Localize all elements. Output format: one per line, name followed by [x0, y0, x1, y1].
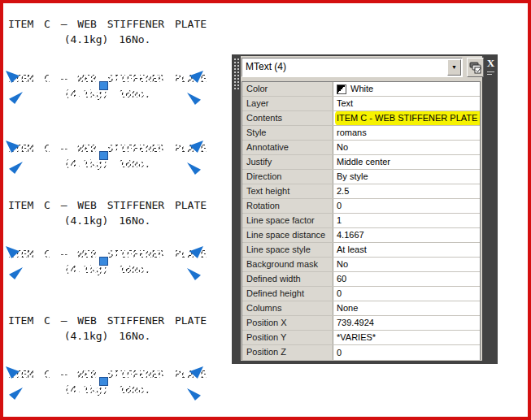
property-row: JustifyMiddle center	[242, 155, 480, 170]
property-value[interactable]: 0	[333, 287, 480, 301]
property-label: Defined width	[242, 272, 333, 286]
screenshot-frame: ITEM C – WEB STIFFENER PLATE(4.1kg) 16No…	[0, 0, 531, 420]
properties-palette: X MText (4) ▼ Co	[232, 54, 498, 364]
property-row: Defined height0	[242, 287, 480, 301]
property-label: Defined height	[242, 287, 333, 301]
mtext-line2: (4.1kg) 16No.	[5, 328, 210, 344]
property-value[interactable]: None	[333, 301, 480, 315]
cad-drawing-area[interactable]: ITEM C – WEB STIFFENER PLATE(4.1kg) 16No…	[3, 3, 231, 417]
property-label: Layer	[242, 97, 333, 110]
close-icon[interactable]: X	[484, 57, 498, 70]
property-row: Defined width60	[242, 272, 480, 287]
palette-menu-icon[interactable]	[487, 71, 494, 75]
palette-body: MText (4) ▼ ColorWhiteLayerTextContentsI…	[241, 56, 482, 361]
property-value[interactable]: *VARIES*	[333, 331, 480, 344]
grip-handle[interactable]	[99, 81, 108, 90]
property-label: Style	[242, 126, 333, 140]
property-label: Background mask	[242, 258, 333, 271]
mtext-line1: ITEM C – WEB STIFFENER PLATE	[5, 313, 210, 328]
property-row: ContentsITEM C - WEB STIFFENER PLATE \P.…	[242, 111, 480, 126]
property-row: Line space styleAt least	[242, 243, 480, 258]
property-value[interactable]: 60	[333, 272, 480, 286]
property-row: Styleromans	[242, 126, 480, 141]
property-value[interactable]: By style	[333, 170, 480, 184]
property-label: Justify	[242, 155, 333, 169]
property-value[interactable]: 739.4924	[333, 316, 480, 330]
property-row: Line space distance4.1667	[242, 228, 480, 243]
property-value[interactable]: Middle center	[333, 155, 480, 169]
mtext-line1: ITEM C – WEB STIFFENER PLATE	[5, 197, 210, 213]
property-value[interactable]: romans	[333, 126, 480, 140]
mtext-object-selected[interactable]: ITEM C – WEB STIFFENER PLATE(4.1kg) 16No…	[5, 71, 210, 106]
highlighted-value: ITEM C - WEB STIFFENER PLATE \P...	[335, 111, 480, 125]
property-value[interactable]: 0	[333, 199, 480, 213]
property-row: Position X739.4924	[242, 316, 480, 331]
mtext-object[interactable]: ITEM C – WEB STIFFENER PLATE(4.1kg) 16No…	[5, 313, 210, 349]
property-row: Text height2.5	[242, 184, 480, 199]
property-label: Text height	[242, 184, 333, 198]
property-grid: ColorWhiteLayerTextContentsITEM C - WEB …	[242, 81, 481, 360]
mtext-object-selected[interactable]: ITEM C – WEB STIFFENER PLATE(4.1kg) 16No…	[5, 246, 210, 282]
property-label: Direction	[242, 170, 333, 184]
property-label: Line space factor	[242, 214, 333, 227]
property-label: Line space style	[242, 243, 333, 257]
property-label: Columns	[242, 301, 333, 315]
property-value[interactable]: No	[333, 141, 480, 154]
grip-handle[interactable]	[99, 151, 108, 160]
mtext-line2: (4.1kg) 16No.	[5, 213, 210, 228]
toggle-pickadd-button[interactable]	[467, 58, 484, 77]
property-row: AnnotativeNo	[242, 141, 480, 155]
mtext-line1: ITEM C – WEB STIFFENER PLATE	[5, 16, 210, 32]
property-row: ColumnsNone	[242, 301, 480, 316]
property-label: Contents	[242, 111, 333, 125]
property-value[interactable]: 2.5	[333, 184, 480, 198]
property-label: Annotative	[242, 141, 333, 154]
mtext-line2: (4.1kg) 16No.	[5, 32, 210, 47]
property-row: Line space factor1	[242, 214, 480, 228]
object-selector-row: MText (4) ▼	[242, 58, 481, 78]
property-row: Position Z0	[242, 345, 480, 360]
mtext-object[interactable]: ITEM C – WEB STIFFENER PLATE(4.1kg) 16No…	[5, 16, 210, 52]
mtext-object-selected[interactable]: ITEM C – WEB STIFFENER PLATE(4.1kg) 16No…	[5, 366, 210, 402]
mtext-object[interactable]: ITEM C – WEB STIFFENER PLATE(4.1kg) 16No…	[5, 197, 210, 233]
property-value[interactable]: 4.1667	[333, 228, 480, 242]
property-row: DirectionBy style	[242, 170, 480, 184]
property-row: ColorWhite	[242, 82, 480, 97]
object-type-value: MText (4)	[246, 61, 286, 72]
property-value[interactable]: 1	[333, 214, 480, 227]
property-label: Color	[242, 82, 333, 96]
color-name: White	[350, 82, 373, 96]
property-label: Line space distance	[242, 228, 333, 242]
property-value-contents[interactable]: ITEM C - WEB STIFFENER PLATE \P...	[333, 111, 480, 125]
grip-handle[interactable]	[99, 377, 108, 386]
property-label: Position Y	[242, 331, 333, 344]
property-value[interactable]: 0	[333, 345, 480, 360]
property-value[interactable]: Text	[333, 97, 480, 110]
property-label: Position Z	[242, 345, 333, 360]
mtext-object-selected[interactable]: ITEM C – WEB STIFFENER PLATE(4.1kg) 16No…	[5, 141, 210, 176]
property-value[interactable]: No	[333, 258, 480, 271]
palette-titlebar: X	[484, 54, 498, 364]
property-label: Position X	[242, 316, 333, 330]
property-row: Background maskNo	[242, 258, 480, 272]
property-row: LayerText	[242, 97, 480, 111]
property-value[interactable]: At least	[333, 243, 480, 257]
palette-grab-handle[interactable]	[233, 58, 240, 90]
grip-handle[interactable]	[99, 257, 108, 266]
chevron-down-icon[interactable]: ▼	[447, 59, 461, 76]
property-row: Rotation0	[242, 199, 480, 214]
color-swatch-icon	[337, 84, 346, 94]
property-row: Position Y*VARIES*	[242, 331, 480, 345]
pickadd-icon	[468, 58, 483, 76]
property-label: Rotation	[242, 199, 333, 213]
property-value-color[interactable]: White	[333, 82, 480, 96]
object-type-dropdown[interactable]: MText (4) ▼	[242, 58, 463, 77]
